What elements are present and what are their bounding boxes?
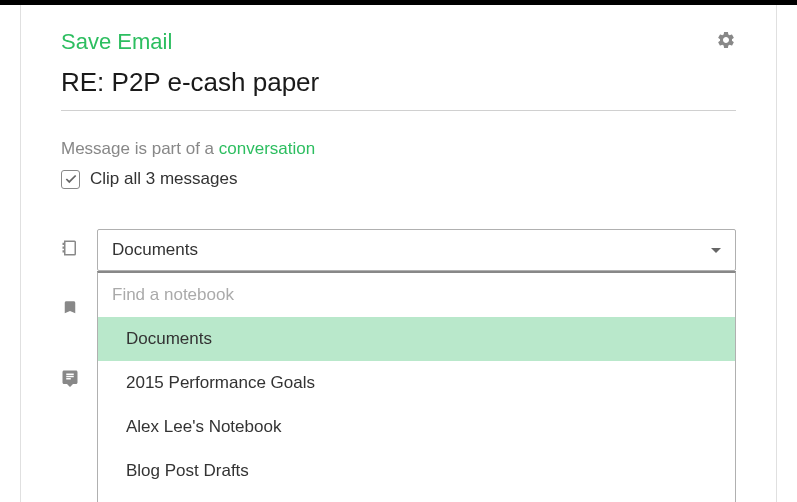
- notebook-selected-label: Documents: [112, 240, 198, 260]
- page-title: Save Email: [61, 29, 172, 55]
- conversation-prefix: Message is part of a: [61, 139, 219, 158]
- tag-icon: [61, 299, 79, 321]
- clip-all-label: Clip all 3 messages: [90, 169, 237, 189]
- gear-icon[interactable]: [716, 30, 736, 54]
- notebook-dropdown[interactable]: Documents: [97, 229, 736, 271]
- conversation-link[interactable]: conversation: [219, 139, 315, 158]
- notebook-dropdown-panel: Documents 2015 Performance Goals Alex Le…: [97, 271, 736, 502]
- notebook-icon: [61, 239, 79, 261]
- notebook-option[interactable]: Blog Post Drafts: [98, 449, 735, 493]
- notebook-option[interactable]: Budget and Financials: [98, 493, 735, 502]
- notebook-option[interactable]: Documents: [98, 317, 735, 361]
- email-subject: RE: P2P e-cash paper: [61, 67, 736, 111]
- notebook-option[interactable]: Alex Lee's Notebook: [98, 405, 735, 449]
- chevron-down-icon: [711, 248, 721, 253]
- notebook-search-input[interactable]: [98, 273, 735, 317]
- notebook-option[interactable]: 2015 Performance Goals: [98, 361, 735, 405]
- comment-icon: [61, 369, 79, 391]
- conversation-info: Message is part of a conversation: [61, 139, 736, 159]
- clip-all-checkbox[interactable]: [61, 170, 80, 189]
